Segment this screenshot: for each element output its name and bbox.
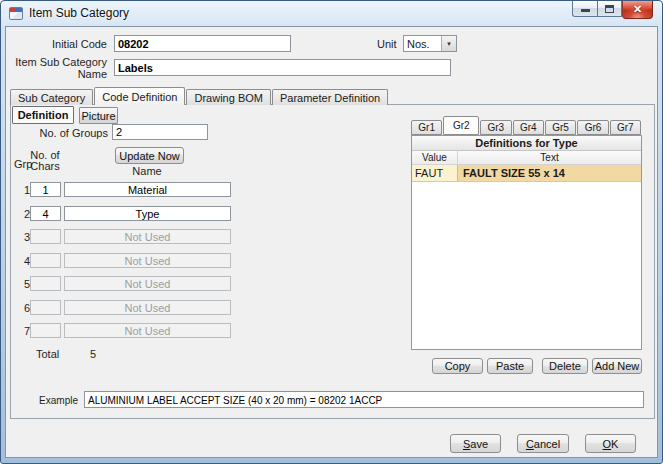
group-row-number: 4 xyxy=(18,255,30,267)
close-button[interactable]: ✕ xyxy=(622,1,653,19)
group-row-number: 7 xyxy=(18,325,30,337)
item-sub-category-name-input[interactable] xyxy=(114,59,451,76)
tab-gr1[interactable]: Gr1 xyxy=(411,120,442,135)
definition-text-cell[interactable]: FAULT SIZE 55 x 14 xyxy=(458,165,641,181)
window-controls: ✕ xyxy=(572,1,653,19)
add-new-button[interactable]: Add New xyxy=(592,358,642,374)
unit-combobox-value: Nos. xyxy=(404,36,441,51)
tab-sub-category[interactable]: Sub Category xyxy=(10,89,93,105)
tab-parameter-definition[interactable]: Parameter Definition xyxy=(272,89,388,105)
total-label: Total xyxy=(36,348,59,360)
group-row-number: 2 xyxy=(18,208,30,220)
tab-gr2[interactable]: Gr2 xyxy=(443,116,479,135)
app-form-icon xyxy=(9,7,23,20)
group-name-input[interactable] xyxy=(64,182,231,197)
client-area: Initial Code Unit Nos. ▼ Item Sub Catego… xyxy=(5,26,658,458)
group-chars-input[interactable] xyxy=(30,276,61,291)
unit-combobox[interactable]: Nos. ▼ xyxy=(403,35,457,52)
tab-gr7[interactable]: Gr7 xyxy=(610,120,641,135)
minimize-icon xyxy=(581,9,590,12)
group-chars-input[interactable] xyxy=(30,229,61,244)
save-button[interactable]: Save xyxy=(450,434,501,453)
title-bar[interactable]: Item Sub Category ✕ xyxy=(1,1,662,26)
group-name-input[interactable] xyxy=(64,323,231,338)
cancel-button[interactable]: Cancel xyxy=(517,434,569,453)
definitions-grid-column-headers: Value Text xyxy=(412,151,641,165)
group-chars-input[interactable] xyxy=(30,206,61,221)
group-chars-input[interactable] xyxy=(30,300,61,315)
group-row-number: 1 xyxy=(18,184,30,196)
value-column-header[interactable]: Value xyxy=(412,151,458,164)
initial-code-label: Initial Code xyxy=(24,38,107,50)
tab-gr5[interactable]: Gr5 xyxy=(545,120,576,135)
delete-button[interactable]: Delete xyxy=(542,358,588,374)
window-title: Item Sub Category xyxy=(29,6,129,20)
maximize-icon xyxy=(605,5,614,13)
group-definition-tab-strip: Gr1 Gr2 Gr3 Gr4 Gr5 Gr6 Gr7 xyxy=(411,116,642,135)
group-row-number: 5 xyxy=(18,278,30,290)
maximize-button[interactable] xyxy=(597,1,622,17)
total-value: 5 xyxy=(90,348,96,360)
chars-column-header: No. of Chars xyxy=(26,150,64,172)
group-chars-input[interactable] xyxy=(30,182,61,197)
name-label: Item Sub Category Name xyxy=(14,56,107,80)
minimize-button[interactable] xyxy=(572,1,597,17)
initial-code-input[interactable] xyxy=(114,35,291,52)
example-input[interactable] xyxy=(84,391,644,408)
group-row-number: 3 xyxy=(18,231,30,243)
definitions-grid-empty-body[interactable] xyxy=(412,182,641,349)
tab-gr4[interactable]: Gr4 xyxy=(513,120,544,135)
name-column-header: Name xyxy=(64,165,230,177)
main-tab-strip: Sub Category Code Definition Drawing BOM… xyxy=(10,87,389,105)
dropdown-arrow-icon[interactable]: ▼ xyxy=(441,36,456,51)
tab-gr3[interactable]: Gr3 xyxy=(480,120,511,135)
close-icon: ✕ xyxy=(633,3,642,16)
definitions-grid: Definitions for Type Value Text FAUT FAU… xyxy=(411,135,642,350)
update-now-button[interactable]: Update Now xyxy=(115,147,184,164)
no-of-groups-input[interactable] xyxy=(112,124,208,140)
definition-row-selected[interactable]: FAUT FAULT SIZE 55 x 14 xyxy=(412,165,641,182)
group-name-input[interactable] xyxy=(64,206,231,221)
dialog-item-sub-category: Item Sub Category ✕ Initial Code Unit No… xyxy=(0,0,663,464)
unit-label: Unit xyxy=(377,38,397,50)
definitions-grid-title: Definitions for Type xyxy=(412,136,641,151)
group-name-input[interactable] xyxy=(64,253,231,268)
tab-code-definition[interactable]: Code Definition xyxy=(94,87,185,105)
tab-gr6[interactable]: Gr6 xyxy=(577,120,608,135)
group-name-input[interactable] xyxy=(64,276,231,291)
definition-toggle-button[interactable]: Definition xyxy=(12,106,74,124)
group-chars-input[interactable] xyxy=(30,253,61,268)
no-of-groups-label: No. of Groups xyxy=(30,127,108,139)
ok-button[interactable]: OK xyxy=(585,434,636,453)
example-label: Example xyxy=(14,395,78,406)
copy-button[interactable]: Copy xyxy=(432,358,483,374)
paste-button[interactable]: Paste xyxy=(487,358,533,374)
tab-drawing-bom[interactable]: Drawing BOM xyxy=(186,89,270,105)
group-name-input[interactable] xyxy=(64,300,231,315)
picture-toggle-button[interactable]: Picture xyxy=(79,107,118,124)
group-row-number: 6 xyxy=(18,302,30,314)
group-name-input[interactable] xyxy=(64,229,231,244)
text-column-header[interactable]: Text xyxy=(458,151,641,164)
definition-value-cell[interactable]: FAUT xyxy=(412,165,458,181)
group-chars-input[interactable] xyxy=(30,323,61,338)
